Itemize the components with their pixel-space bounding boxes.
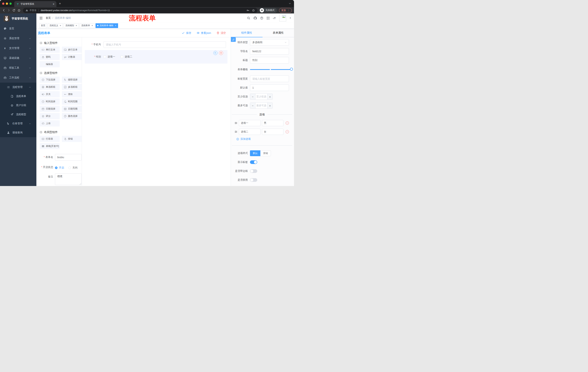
- option-value-input[interactable]: [262, 120, 284, 126]
- palette-item[interactable]: 多选框组: [62, 84, 82, 90]
- palette-item[interactable]: 单选框组: [40, 84, 60, 90]
- browser-tab[interactable]: 芋道管理系统 ✕: [14, 1, 56, 7]
- min-checked-placeholder[interactable]: 至少应选: [255, 94, 267, 100]
- gender-checkbox-2[interactable]: 选项二: [121, 55, 132, 58]
- style-option-2[interactable]: 按钮: [260, 150, 271, 156]
- style-option-1[interactable]: 默认: [250, 150, 260, 156]
- palette-item[interactable]: 多行文本: [62, 47, 82, 53]
- forward-button[interactable]: [6, 8, 11, 13]
- sidebar-item-1[interactable]: 首页: [0, 24, 36, 33]
- tag-close-icon[interactable]: ✕: [115, 25, 116, 27]
- phone-input[interactable]: [104, 41, 226, 48]
- tag-3[interactable]: 流程模型✕: [64, 23, 79, 28]
- remove-option-button[interactable]: [286, 121, 289, 125]
- stepper-decrease-button[interactable]: −: [250, 94, 255, 100]
- default-value-input[interactable]: [250, 85, 289, 91]
- new-tab-button[interactable]: +: [59, 0, 61, 7]
- palette-item[interactable]: 级联选择: [62, 77, 82, 83]
- form-canvas[interactable]: 手机号 性别 选项一选项二: [82, 37, 231, 186]
- traffic-light-minimize-button[interactable]: [6, 2, 8, 5]
- breadcrumb-home[interactable]: 首页: [46, 16, 51, 20]
- option-name-input[interactable]: [239, 120, 261, 126]
- palette-item[interactable]: 按钮: [62, 136, 82, 142]
- stepper-decrease-button[interactable]: −: [250, 103, 255, 108]
- inspector-tab-1[interactable]: 组件属性: [231, 29, 262, 37]
- back-button[interactable]: [1, 8, 6, 13]
- selected-gender-field[interactable]: 性别 选项一选项二: [85, 50, 227, 64]
- traffic-light-close-button[interactable]: [2, 2, 4, 5]
- palette-item[interactable]: 开关: [40, 91, 60, 97]
- sidebar-logo[interactable]: 芋道管理系统: [0, 13, 36, 24]
- label-width-input[interactable]: [250, 75, 289, 82]
- field-name-input[interactable]: [250, 48, 289, 55]
- add-option-button[interactable]: 添加选项: [236, 138, 289, 141]
- palette-item[interactable]: 123计数器: [62, 54, 82, 60]
- palette-item[interactable]: 滑块: [62, 91, 82, 97]
- sidebar-item-7[interactable]: 流程管理: [0, 83, 36, 92]
- option-value-input[interactable]: [262, 129, 284, 135]
- password-key-icon[interactable]: [247, 9, 249, 12]
- tag-close-icon[interactable]: ✕: [92, 25, 93, 27]
- palette-item[interactable]: 颜色选择: [62, 113, 82, 119]
- sidebar-item-2[interactable]: 系统管理: [0, 33, 36, 43]
- sidebar-item-4[interactable]: 基础设施: [0, 53, 36, 63]
- palette-item[interactable]: 表格[开发中]: [40, 143, 60, 149]
- form-name-input[interactable]: [55, 154, 82, 160]
- avatar[interactable]: [279, 15, 286, 21]
- sidebar-item-10[interactable]: 流程模型: [0, 110, 36, 119]
- browser-menu-icon[interactable]: ⋮: [287, 9, 290, 12]
- fullscreen-icon[interactable]: [266, 17, 270, 20]
- palette-item[interactable]: 上传: [40, 120, 60, 127]
- tag-2[interactable]: 流程定义✕: [48, 23, 63, 28]
- toggle-switch[interactable]: [250, 160, 257, 164]
- tag-close-icon[interactable]: ✕: [75, 25, 77, 27]
- palette-item[interactable]: 评分: [40, 113, 60, 119]
- toggle-switch[interactable]: [250, 169, 257, 173]
- address-bar[interactable]: 不安全 dashboard.yudao.iocoder.cn/bpm/manag…: [23, 8, 257, 13]
- tab-search-chevron-icon[interactable]: [289, 2, 291, 5]
- palette-item[interactable]: 密码: [40, 54, 60, 60]
- palette-item[interactable]: 下拉选择: [40, 77, 60, 83]
- tag-5[interactable]: 流程表单-编辑✕: [95, 23, 118, 28]
- palette-item[interactable]: 行容器: [40, 136, 60, 142]
- slider-thumb[interactable]: [290, 68, 293, 71]
- palette-item[interactable]: 单行文本: [40, 47, 60, 53]
- home-button[interactable]: [16, 8, 21, 13]
- toggle-switch[interactable]: [250, 178, 257, 182]
- gender-checkbox-1[interactable]: 选项一: [104, 55, 115, 58]
- view-json-button[interactable]: 查看json: [197, 31, 211, 35]
- security-label[interactable]: 不安全: [30, 9, 37, 12]
- reload-button[interactable]: [11, 8, 16, 13]
- sidebar-item-3[interactable]: ¥支付管理: [0, 43, 36, 53]
- field-title-input[interactable]: [250, 57, 289, 64]
- palette-item[interactable]: 时间选择: [40, 98, 60, 105]
- tag-close-icon[interactable]: ✕: [60, 25, 61, 27]
- status-radio-1[interactable]: 开启: [55, 166, 64, 170]
- clear-button[interactable]: 清空: [217, 31, 226, 35]
- remove-option-button[interactable]: [286, 130, 289, 133]
- phone-field-row[interactable]: 手机号: [82, 41, 231, 48]
- sidebar-collapse-icon[interactable]: [39, 16, 43, 20]
- font-size-icon[interactable]: TT: [273, 17, 276, 20]
- stepper-increase-button[interactable]: +: [267, 103, 273, 108]
- tag-1[interactable]: 首页: [39, 23, 47, 28]
- search-icon[interactable]: [247, 17, 250, 20]
- sidebar-item-9[interactable]: 用户分组: [0, 101, 36, 110]
- palette-item[interactable]: 编辑器: [40, 61, 60, 67]
- sidebar-item-8[interactable]: 流程表单: [0, 92, 36, 101]
- component-type-select[interactable]: 多选框组: [250, 39, 289, 46]
- bookmark-star-icon[interactable]: [252, 9, 255, 12]
- sidebar-item-6[interactable]: 工作流程: [0, 73, 36, 83]
- status-radio-2[interactable]: 关闭: [68, 166, 77, 170]
- save-button[interactable]: 保存: [182, 31, 191, 35]
- option-name-input[interactable]: [239, 129, 261, 135]
- checkbox-icon[interactable]: [121, 55, 123, 58]
- inspector-tab-2[interactable]: 表单属性: [262, 29, 294, 37]
- copy-field-button[interactable]: [213, 51, 217, 55]
- checkbox-icon[interactable]: [104, 55, 106, 58]
- max-checked-placeholder[interactable]: 最多可选: [255, 103, 267, 108]
- delete-field-button[interactable]: [219, 51, 223, 55]
- sidebar-item-5[interactable]: 研发工具: [0, 63, 36, 73]
- form-remark-textarea[interactable]: 嘿嘿: [55, 173, 82, 185]
- sidebar-item-12[interactable]: 请假查询: [0, 128, 36, 137]
